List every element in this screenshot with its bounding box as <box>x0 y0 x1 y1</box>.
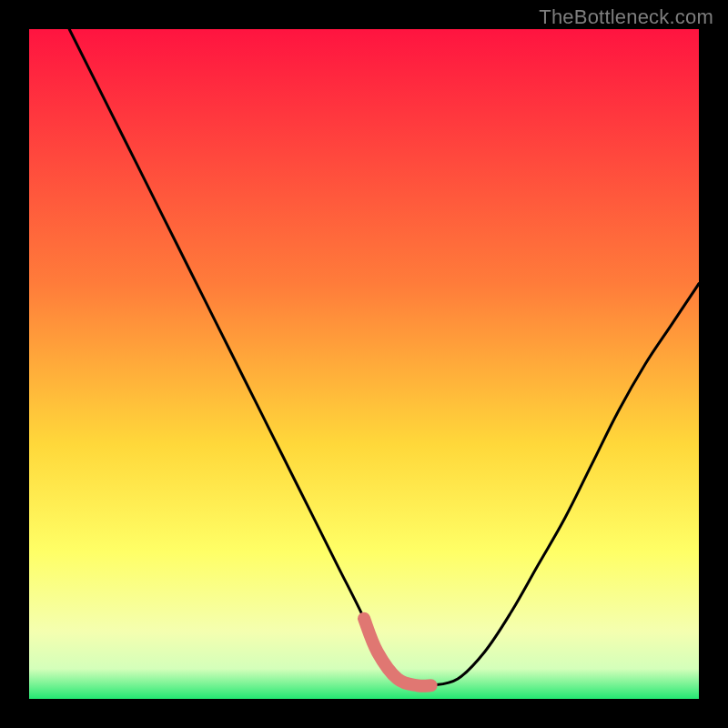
plot-area <box>29 29 699 699</box>
watermark-text: TheBottleneck.com <box>539 5 713 29</box>
chart-svg <box>29 29 699 699</box>
chart-frame: TheBottleneck.com <box>0 0 728 728</box>
gradient-background <box>29 29 699 699</box>
